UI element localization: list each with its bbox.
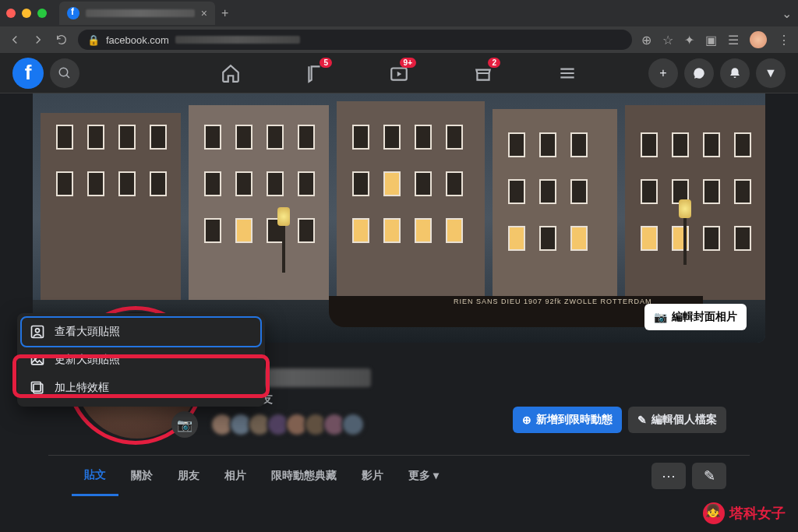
search-shortcut-icon[interactable]: ⊕	[641, 33, 651, 48]
edit-profile-button[interactable]: ✎ 編輯個人檔案	[628, 407, 726, 433]
reload-button[interactable]	[55, 33, 69, 47]
tab-friends[interactable]: 朋友	[165, 456, 212, 496]
messenger-button[interactable]	[684, 58, 714, 88]
tab-title-blurred	[86, 9, 195, 17]
menu-add-frame[interactable]: 加上特效框	[22, 374, 260, 402]
bookmark-icon[interactable]: ☆	[662, 33, 673, 48]
chevron-down-icon[interactable]: ⌄	[782, 6, 792, 21]
avatar-camera-button[interactable]: 📷	[171, 411, 198, 438]
main-nav: 5 9+ 2	[192, 55, 606, 92]
nav-pages[interactable]: 5	[276, 55, 354, 92]
edit-button[interactable]: ✎	[692, 463, 726, 489]
close-window[interactable]	[6, 9, 16, 18]
tab-bar: × + ⌄	[0, 0, 798, 26]
tab-archive[interactable]: 限時動態典藏	[259, 456, 349, 496]
tab-about[interactable]: 關於	[118, 456, 165, 496]
tab-posts[interactable]: 貼文	[72, 456, 118, 496]
tab-more[interactable]: 更多 ▾	[396, 456, 451, 496]
friends-preview[interactable]	[215, 413, 500, 436]
watermark-icon	[703, 502, 725, 524]
svg-point-0	[59, 68, 68, 76]
avatar-context-menu: 查看大頭貼照 更新大頭貼照 加上特效框	[17, 313, 265, 407]
forward-button[interactable]	[31, 33, 45, 47]
badge-pages: 5	[320, 58, 332, 68]
traffic-lights	[6, 9, 47, 18]
frames-icon	[30, 380, 45, 396]
pencil-icon: ✎	[637, 414, 647, 426]
minimize-window[interactable]	[22, 9, 31, 18]
facebook-logo[interactable]: f	[12, 58, 44, 89]
nav-menu[interactable]	[528, 55, 606, 92]
person-square-icon	[30, 324, 45, 340]
facebook-header: f 5 9+ 2 + ▼	[0, 53, 798, 93]
notifications-button[interactable]	[720, 58, 750, 88]
badge-store: 2	[488, 58, 500, 68]
url-input[interactable]: 🔒 facebook.com	[78, 30, 632, 50]
camera-icon: 📷	[654, 311, 667, 323]
account-button[interactable]: ▼	[756, 58, 786, 88]
cover-photo[interactable]: RIEN SANS DIEU 1907 92fk ZWOLLE ROTTERDA…	[33, 93, 765, 343]
browser-tab[interactable]: ×	[59, 2, 215, 25]
address-bar: 🔒 facebook.com ⊕ ☆ ✦ ▣ ☰ ⋮	[0, 26, 798, 53]
lock-icon: 🔒	[87, 34, 100, 46]
tab-videos[interactable]: 影片	[349, 456, 396, 496]
back-button[interactable]	[8, 33, 22, 47]
nav-watch[interactable]: 9+	[360, 55, 438, 92]
browser-chrome: × + ⌄ 🔒 facebook.com ⊕ ☆ ✦ ▣ ☰ ⋮	[0, 0, 798, 53]
plus-circle-icon: ⊕	[522, 414, 531, 426]
menu-icon[interactable]: ⋮	[778, 33, 790, 48]
edit-cover-button[interactable]: 📷 編輯封面相片	[644, 304, 747, 330]
menu-update-photo[interactable]: 更新大頭貼照	[22, 346, 260, 374]
url-host: facebook.com	[106, 34, 169, 46]
maximize-window[interactable]	[37, 9, 47, 18]
tab-close-icon[interactable]: ×	[201, 7, 207, 19]
boat-text: RIEN SANS DIEU 1907 92fk ZWOLLE ROTTERDA…	[454, 298, 652, 305]
profile-page: RIEN SANS DIEU 1907 92fk ZWOLLE ROTTERDA…	[0, 93, 798, 532]
svg-point-3	[36, 329, 40, 333]
new-tab-button[interactable]: +	[221, 6, 228, 20]
profile-tabs: 貼文 關於 朋友 相片 限時動態典藏 影片 更多 ▾ ⋯ ✎	[48, 456, 750, 496]
profile-avatar[interactable]	[750, 31, 767, 48]
badge-watch: 9+	[400, 58, 416, 68]
cast-icon[interactable]: ▣	[705, 33, 717, 48]
menu-view-photo[interactable]: 查看大頭貼照	[22, 318, 260, 346]
tab-photos[interactable]: 相片	[212, 456, 259, 496]
search-button[interactable]	[50, 58, 79, 88]
add-story-button[interactable]: ⊕ 新增到限時動態	[513, 407, 622, 433]
image-icon	[30, 352, 45, 368]
reading-list-icon[interactable]: ☰	[728, 33, 739, 48]
create-button[interactable]: +	[648, 58, 678, 88]
nav-home[interactable]	[192, 55, 270, 92]
watermark: 塔科女子	[703, 502, 786, 524]
extensions-icon[interactable]: ✦	[684, 33, 694, 48]
more-options-button[interactable]: ⋯	[651, 463, 686, 489]
facebook-favicon	[67, 7, 79, 19]
url-path-blurred	[175, 36, 300, 44]
nav-marketplace[interactable]: 2	[444, 55, 522, 92]
